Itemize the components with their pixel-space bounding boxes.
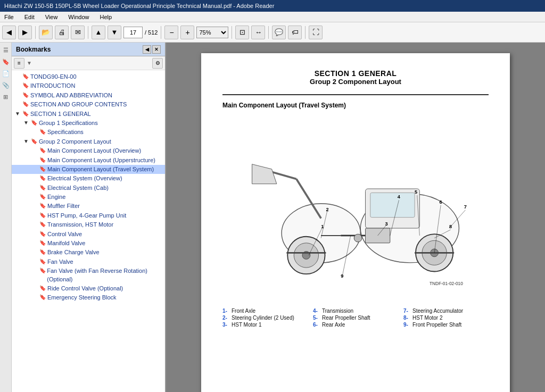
zoom-in-button[interactable]: + [180,26,194,39]
menu-help[interactable]: Help [97,13,114,21]
bookmark-label: SECTION AND GROUP CONTENTS [30,101,127,109]
bookmark-icon: 🔖 [22,101,29,108]
bookmark-item-layout-upper[interactable]: ▶🔖Main Component Layout (Upperstructure) [12,156,165,165]
bookmark-label: Ride Control Valve (Optional) [47,285,123,293]
page-panel-icon[interactable]: 📄 [1,68,11,79]
part-label: HST Motor 2 [412,315,443,321]
menu-file[interactable]: File [2,13,16,21]
forward-button[interactable]: ▶ [18,26,32,39]
svg-text:5: 5 [415,189,417,195]
bookmark-item-elec-cab[interactable]: ▶🔖Electrical System (Cab) [12,184,165,193]
svg-text:9: 9 [341,273,343,279]
back-button[interactable]: ◀ [2,26,16,39]
part-number: 6- [313,322,320,328]
content-area[interactable]: SECTION 1 GENERAL Group 2 Component Layo… [166,43,545,392]
bookmark-icon: 🔖 [39,147,46,154]
menu-edit[interactable]: Edit [22,13,37,21]
svg-text:1: 1 [321,224,324,229]
bookmark-item-ride-control[interactable]: ▶🔖Ride Control Valve (Optional) [12,284,165,293]
bookmark-item-specs[interactable]: ▶🔖Specifications [12,128,165,137]
part-label: Front Propeller Shaft [412,322,461,328]
bookmark-item-fan-valve[interactable]: ▶🔖Fan Valve [12,257,165,266]
tree-toggle[interactable]: ▼ [23,138,30,145]
email-button[interactable]: ✉ [71,26,85,39]
bookmark-item-intro[interactable]: ▶🔖INTRODUCTION [12,81,165,90]
bookmark-icon: 🔖 [39,285,46,292]
bookmark-item-transmission[interactable]: ▶🔖Transmission, HST Motor [12,220,165,229]
bookmark-label: Specifications [47,128,84,136]
bookmark-icon: 🔖 [39,174,46,182]
bookmark-label: SYMBOL AND ABBREVIATION [30,91,112,99]
bookmark-item-manifold-valve[interactable]: ▶🔖Manifold Valve [12,239,165,248]
part-label: Steering Cylinder (2 Used) [232,315,294,321]
bookmark-item-brake-charge[interactable]: ▶🔖Brake Charge Valve [12,248,165,257]
bookmark-item-layout-overview[interactable]: ▶🔖Main Component Layout (Overview) [12,146,165,155]
bookmark-label: Transmission, HST Motor [47,221,113,229]
bookmark-label: Main Component Layout (Upperstructure) [47,156,155,164]
bookmark-label: Emergency Steering Block [47,294,117,302]
next-page-button[interactable]: ▼ [108,26,121,39]
diagram-area: 1 2 3 4 5 6 7 8 9 [222,115,489,302]
part-item: 8-HST Motor 2 [403,315,489,321]
prev-page-button[interactable]: ▲ [92,26,105,39]
part-item: 2-Steering Cylinder (2 Used) [222,315,308,321]
pdf-page: SECTION 1 GENERAL Group 2 Component Layo… [201,53,510,392]
svg-text:6: 6 [439,199,442,205]
fullscreen-button[interactable]: ⛶ [309,26,323,39]
hand-tool-icon[interactable]: ☰ [1,45,11,55]
part-number: 7- [403,308,411,314]
print-button[interactable]: 🖨 [55,26,69,39]
comment-button[interactable]: 💬 [272,26,286,39]
bookmark-icon: 🔖 [39,294,46,301]
bookmark-label: INTRODUCTION [30,82,75,90]
bookmark-item-engine[interactable]: ▶🔖Engine [12,193,165,202]
bookmark-icon: 🔖 [39,165,46,173]
part-number: 8- [403,315,411,321]
bookmark-icon: 🔖 [39,212,46,219]
options-button[interactable]: ⚙ [152,58,163,69]
bookmark-item-section1[interactable]: ▼🔖SECTION 1 GENERAL [12,110,165,119]
bookmark-item-symbol[interactable]: ▶🔖SYMBOL AND ABBREVIATION [12,91,165,100]
bookmark-item-elec-overview[interactable]: ▶🔖Electrical System (Overview) [12,174,165,183]
zoom-select[interactable]: 75% 100% 125% 150% [196,27,228,38]
section-title: Main Component Layout (Travel System) [222,102,489,109]
zoom-out-button[interactable]: − [164,26,178,39]
layers-icon[interactable]: ⊞ [1,91,11,102]
bookmark-item-hst-pump[interactable]: ▶🔖HST Pump, 4-Gear Pump Unit [12,211,165,220]
bookmark-icon: 🔖 [22,110,29,118]
attach-icon[interactable]: 📎 [1,80,11,90]
bookmark-item-group2-layout[interactable]: ▼🔖Group 2 Component Layout [12,137,165,146]
fit-page-button[interactable]: ⊡ [235,26,249,39]
bookmark-item-fan-valve-reverse[interactable]: ▶🔖Fan Valve (with Fan Reverse Rotation)(… [12,266,165,284]
part-item: 9-Front Propeller Shaft [403,322,489,328]
page-number-input[interactable] [123,27,143,38]
bookmark-icon: 🔖 [39,230,46,238]
bookmark-item-emergency-steering[interactable]: ▶🔖Emergency Steering Block [12,293,165,302]
bookmark-icon: 🔖 [22,91,29,99]
bookmark-item-tondg90[interactable]: ▶🔖TONDG90-EN-00 [12,72,165,81]
panel-controls: ◀ ✕ [143,45,161,54]
close-panel-button[interactable]: ✕ [152,45,161,54]
bookmark-item-section-contents[interactable]: ▶🔖SECTION AND GROUP CONTENTS [12,100,165,109]
bookmark-item-control-valve[interactable]: ▶🔖Control Valve [12,230,165,239]
bookmark-panel-icon[interactable]: 🔖 [1,56,11,67]
collapse-panel-button[interactable]: ◀ [143,45,151,54]
tree-toggle[interactable]: ▼ [23,119,30,127]
left-icon-panel: ☰ 🔖 📄 📎 ⊞ [0,43,12,392]
bookmark-label: Brake Charge Valve [47,248,100,256]
fit-width-button[interactable]: ↔ [251,26,265,39]
svg-text:7: 7 [464,204,467,210]
bookmark-item-muffler[interactable]: ▶🔖Muffler Filter [12,202,165,211]
bookmark-label: TONDG90-EN-00 [30,73,77,81]
svg-text:TNDF-01-02-010: TNDF-01-02-010 [430,281,463,286]
menu-view[interactable]: View [43,13,60,21]
part-label: HST Motor 1 [232,322,262,328]
bookmark-item-group1-specs[interactable]: ▼🔖Group 1 Specifications [12,119,165,128]
bookmark-item-layout-travel[interactable]: ▶🔖Main Component Layout (Travel System) [12,165,165,174]
tree-toggle[interactable]: ▼ [15,110,21,118]
menu-window[interactable]: Window [66,13,91,21]
expand-all-button[interactable]: ≡ [14,58,24,69]
bookmark-icon: 🔖 [39,267,45,274]
stamp-button[interactable]: 🏷 [288,26,302,39]
open-button[interactable]: 📂 [39,26,53,39]
